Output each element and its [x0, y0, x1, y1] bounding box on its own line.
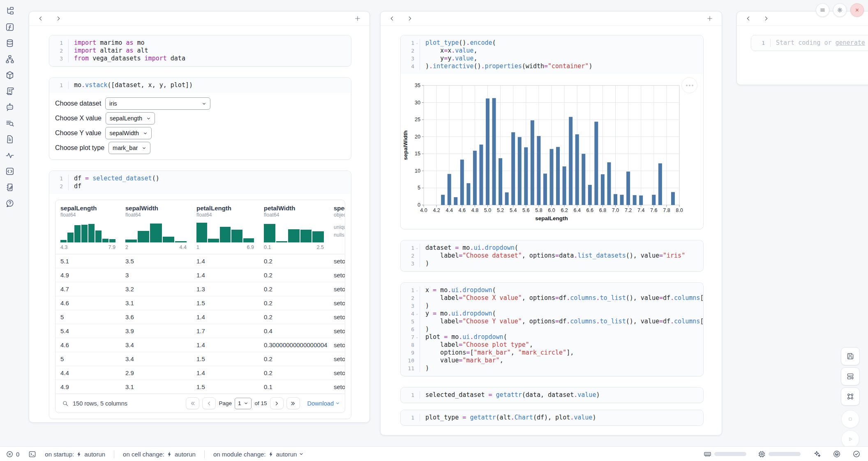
fold-chevron-icon[interactable]: ⌄	[414, 286, 420, 294]
next-page-button[interactable]	[270, 397, 284, 409]
autorun-label: on module change:	[213, 451, 266, 458]
code-editor[interactable]: 1⌄234⌄567⌄891011x = mo.ui.dropdown( labe…	[401, 283, 703, 376]
search-icon[interactable]	[62, 400, 69, 407]
assistant-robot-icon[interactable]	[833, 450, 841, 458]
column-header-sepalWidth[interactable]: sepalWidthfloat6424.4	[120, 200, 192, 254]
bar	[479, 145, 483, 205]
layout-toggle-button[interactable]	[841, 367, 860, 385]
database-icon[interactable]	[5, 39, 14, 48]
chevron-right-icon[interactable]	[55, 15, 62, 22]
dropdown-plot-type[interactable]: mark_bar	[108, 142, 150, 154]
generate-link[interactable]: generate	[836, 39, 865, 46]
chevron-left-icon[interactable]	[389, 15, 395, 22]
chart-output[interactable]: 4.04.24.44.64.85.05.25.45.65.86.06.26.46…	[401, 74, 703, 229]
histogram-min: 1	[196, 244, 199, 250]
table-cell: setosa	[329, 310, 345, 324]
table-cell: 3.4	[120, 352, 192, 366]
fold-chevron-icon[interactable]: ⌄	[414, 310, 420, 318]
add-cell-button[interactable]	[706, 15, 713, 22]
table-cell: 3.4	[120, 338, 192, 352]
code-editor[interactable]: 12df = selected_dataset()df	[49, 171, 351, 194]
code-block-icon[interactable]	[5, 167, 14, 176]
chat-bot-icon[interactable]	[5, 103, 14, 112]
last-page-button[interactable]	[286, 397, 300, 409]
code-editor[interactable]: 123import marimo as moimport altair as a…	[49, 35, 351, 66]
connection-status-icon[interactable]	[852, 450, 861, 458]
dropdown-controls: Choose datasetirisChoose X valuesepalLen…	[49, 93, 351, 159]
chart-actions-button[interactable]	[681, 77, 697, 93]
column-header-sepalLength[interactable]: sepalLengthfloat644.37.9	[55, 200, 120, 254]
page-total: of 15	[254, 400, 267, 406]
run-button[interactable]	[841, 430, 859, 448]
function-square-icon[interactable]	[5, 23, 14, 32]
outline-search-icon[interactable]	[5, 119, 14, 128]
fold-chevron-icon[interactable]: ⌄	[414, 333, 420, 341]
ai-sparkles-icon[interactable]	[813, 450, 821, 458]
code-editor[interactable]: 1 Start coding or generate with	[751, 35, 868, 51]
help-icon[interactable]	[5, 199, 14, 208]
table-cell: 0.2	[259, 254, 329, 268]
dropdown-y-value[interactable]: sepalWidth	[105, 127, 152, 139]
table-cell: 0.4	[259, 324, 329, 338]
column-name: petalLength	[196, 205, 254, 212]
autorun-setting-1[interactable]: on cell change:autorun	[123, 451, 196, 458]
terminal-icon[interactable]	[28, 450, 36, 458]
code-editor[interactable]: 1plot_type = getattr(alt.Chart(df), plot…	[401, 410, 703, 425]
code-line: y=y.value,	[425, 55, 703, 62]
download-link[interactable]: Download	[307, 400, 340, 407]
table-cell: 3	[120, 268, 192, 282]
chevron-right-icon[interactable]	[406, 15, 413, 22]
code-line: from vega_datasets import data	[74, 55, 351, 62]
chevron-left-icon[interactable]	[37, 15, 44, 22]
errors-icon[interactable]	[6, 450, 14, 458]
column-header-petalWidth[interactable]: petalWidthfloat640.12.5	[259, 200, 329, 254]
close-icon	[854, 7, 861, 14]
keyboard-shortcuts-button[interactable]	[841, 387, 860, 406]
bar	[448, 174, 451, 205]
file-tree-icon[interactable]	[5, 7, 14, 16]
autorun-label: on cell change:	[123, 451, 164, 458]
previous-page-button[interactable]	[202, 397, 216, 409]
lightning-icon	[268, 451, 274, 457]
stop-button[interactable]	[841, 410, 859, 428]
code-editor[interactable]: 1selected_dataset = getattr(data, datase…	[401, 387, 703, 403]
code-line: x = mo.ui.dropdown(	[425, 286, 703, 294]
histogram-bar	[74, 225, 81, 242]
close-panel-button[interactable]	[850, 3, 864, 17]
column-header-species[interactable]: speciesobjectunique:nulls:	[329, 200, 345, 254]
first-page-button[interactable]	[186, 397, 199, 409]
settings-button[interactable]	[833, 3, 847, 17]
menu-button[interactable]	[816, 3, 829, 17]
code-editor[interactable]: 1⌄23dataset = mo.ui.dropdown( label="Cho…	[401, 240, 703, 271]
variables-icon[interactable]	[5, 55, 14, 64]
line-number: 3	[411, 260, 414, 267]
table-cell: 5	[55, 352, 120, 366]
fold-chevron-icon[interactable]: ⌄	[414, 39, 420, 47]
bar	[652, 195, 656, 205]
activity-icon[interactable]	[5, 151, 14, 160]
histogram-min: 2	[125, 244, 128, 250]
code-editor[interactable]: 1⌄234plot_type().encode( x=x.value, y=y.…	[401, 35, 703, 74]
code-editor[interactable]: 1mo.vstack([dataset, x, y, plot])	[49, 78, 351, 93]
svg-text:7.6: 7.6	[650, 207, 657, 213]
control-row: Choose datasetiris	[55, 98, 345, 109]
save-button[interactable]	[841, 347, 860, 365]
chevron-right-icon[interactable]	[763, 15, 769, 22]
bar	[473, 151, 477, 205]
scratchpad-icon[interactable]	[5, 183, 14, 192]
panel-header	[29, 12, 369, 26]
histogram-bar	[264, 224, 275, 242]
add-cell-button[interactable]	[354, 15, 361, 22]
autorun-setting-0[interactable]: on startup:autorun	[45, 451, 105, 458]
autorun-setting-2[interactable]: on module change:autorun	[213, 451, 304, 458]
page-select[interactable]: 1	[235, 398, 252, 409]
document-icon[interactable]	[5, 135, 14, 144]
svg-text:5: 5	[418, 185, 420, 191]
fold-chevron-icon[interactable]: ⌄	[414, 244, 420, 252]
dropdown-x-value[interactable]: sepalLength	[106, 112, 155, 124]
column-header-petalLength[interactable]: petalLengthfloat6416.9	[192, 200, 259, 254]
chevron-left-icon[interactable]	[745, 15, 752, 22]
dropdown-dataset[interactable]: iris	[105, 97, 210, 110]
script-icon[interactable]	[5, 87, 14, 96]
package-icon[interactable]	[5, 71, 14, 80]
